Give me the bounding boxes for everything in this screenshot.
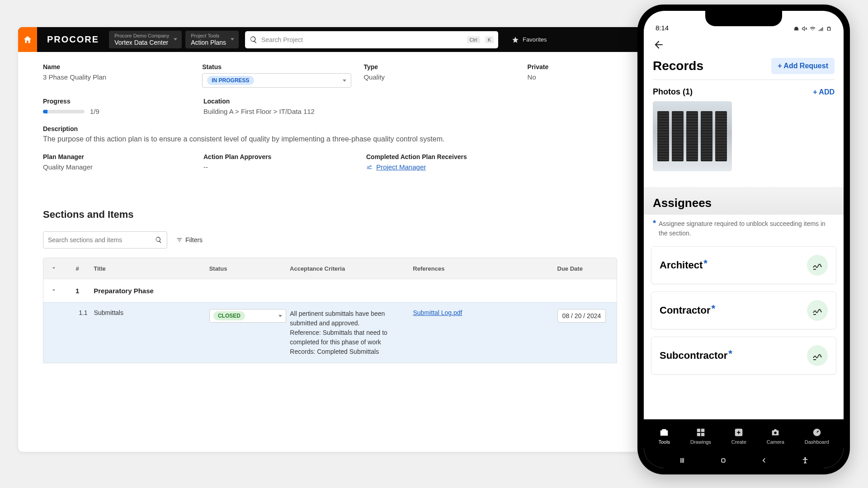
status-label: Status [202,63,363,70]
items-table: # Title Status Acceptance Criteria Refer… [43,258,617,363]
tab-tools[interactable]: Tools [658,427,670,445]
assignees-note-text: Assignee signature required to unblock s… [659,219,835,238]
svg-rect-3 [722,459,725,462]
due-date-field[interactable]: 08 / 20 / 2024 [557,309,606,323]
asterisk-icon: * [653,219,656,238]
signature-icon [366,163,373,171]
progress-value: 1/9 [90,108,99,115]
section-title: Preparatory Phase [90,287,209,295]
assignee-card[interactable]: Architect* [651,246,836,284]
type-value: Quality [363,73,527,81]
signal-icon [818,26,824,32]
add-request-button[interactable]: + Add Request [771,58,835,74]
kbd-ctrl: Ctrl [467,36,480,43]
plan-details: Name 3 Phase Quality Plan Status IN PROG… [18,52,642,187]
camera-icon [770,427,780,437]
add-photo-button[interactable]: + ADD [813,88,835,96]
phone-frame: 8:14 Records + Add Request Photos (1) + … [637,5,850,474]
home-icon [23,35,33,45]
sign-button[interactable] [807,300,828,321]
company-dropdown[interactable]: Procore Demo Company Vortex Data Center [109,31,182,49]
favorites-button[interactable]: Favorites [512,36,547,43]
col-title: Title [90,265,209,272]
item-title: Submittals [90,309,209,316]
tab-dashboard[interactable]: Dashboard [805,427,829,445]
sections-title: Sections and Items [43,209,617,221]
search-icon [155,236,162,244]
sections-search[interactable] [43,231,167,249]
item-num: 1.1 [65,309,90,316]
filters-button[interactable]: Filters [176,236,203,244]
dashboard-icon [812,427,822,437]
status-icons [793,26,832,32]
assignee-name: Subcontractor [660,350,727,361]
assignee-name: Architect [660,259,703,271]
location-label: Location [203,98,617,105]
item-status-select[interactable]: CLOSED [209,309,286,323]
status-select[interactable]: IN PROGRESS [202,73,351,88]
tab-create[interactable]: Create [731,427,746,445]
phone-notch [705,11,782,26]
location-value: Building A > First Floor > IT/Data 112 [203,108,617,115]
tab-camera[interactable]: Camera [767,427,784,445]
drawings-icon [696,427,706,437]
company-value: Vortex Data Center [114,39,169,47]
chevron-down-icon[interactable] [51,287,57,295]
criteria-line: All pertinent submittals have been submi… [290,309,413,328]
sections-search-input[interactable] [48,236,151,244]
tools-dropdown[interactable]: Project Tools Action Plans [185,31,239,49]
recents-icon[interactable] [678,456,686,465]
accessibility-icon[interactable] [801,456,809,465]
description-label: Description [43,125,617,132]
progress-label: Progress [43,98,203,105]
approvers-label: Action Plan Approvers [203,153,366,160]
desktop-window: PROCORE Procore Demo Company Vortex Data… [18,27,642,452]
signature-icon [812,350,823,361]
col-criteria: Acceptance Criteria [290,265,413,272]
battery-icon [826,26,832,32]
col-num: # [65,265,90,272]
project-search[interactable]: Ctrl K [245,31,498,48]
chevron-down-icon [278,315,282,317]
phone-time: 8:14 [656,24,669,32]
criteria-line: Reference: Submittals that need to compl… [290,328,413,347]
top-bar: PROCORE Procore Demo Company Vortex Data… [18,27,642,52]
section-num: 1 [65,287,90,295]
tools-icon [659,427,669,437]
favorites-label: Favorites [523,36,547,43]
assignees-note: * Assignee signature required to unblock… [644,215,844,246]
home-button[interactable] [18,27,37,52]
sign-button[interactable] [807,345,828,366]
home-nav-icon[interactable] [719,456,727,465]
receivers-label: Completed Action Plan Receivers [366,153,617,160]
section-row[interactable]: 1 Preparatory Phase [43,279,617,302]
manager-label: Plan Manager [43,153,203,160]
project-search-input[interactable] [261,36,462,43]
alarm-icon [793,26,799,32]
status-badge: IN PROGRESS [207,76,254,85]
manager-value: Quality Manager [43,163,203,171]
chevron-down-icon[interactable] [51,265,57,272]
item-row[interactable]: 1.1 Submittals CLOSED All pertinent subm… [43,302,617,363]
back-nav-icon[interactable] [760,456,768,465]
photo-thumbnail[interactable] [653,101,732,171]
receivers-link[interactable]: Project Manager [376,163,426,171]
table-header: # Title Status Acceptance Criteria Refer… [43,258,617,279]
signature-icon [812,260,823,271]
filters-label: Filters [185,236,203,244]
star-icon [512,36,519,43]
tab-drawings[interactable]: Drawings [690,427,711,445]
phone-screen: 8:14 Records + Add Request Photos (1) + … [644,11,844,468]
assignee-card[interactable]: Contractor* [651,291,836,329]
reference-link[interactable]: Submittal Log.pdf [413,309,462,316]
progress-bar [43,110,85,113]
phone-tabbar: Tools Drawings Create Camera Dashboard [644,419,844,453]
assignee-card[interactable]: Subcontractor* [651,337,836,375]
arrow-left-icon [653,39,665,51]
description-value: The purpose of this action plan is to en… [43,135,617,143]
sign-button[interactable] [807,255,828,276]
filter-icon [176,237,183,243]
back-button[interactable] [653,36,835,58]
assignees-header: Assignees [644,187,844,215]
assignee-name: Contractor [660,305,710,316]
